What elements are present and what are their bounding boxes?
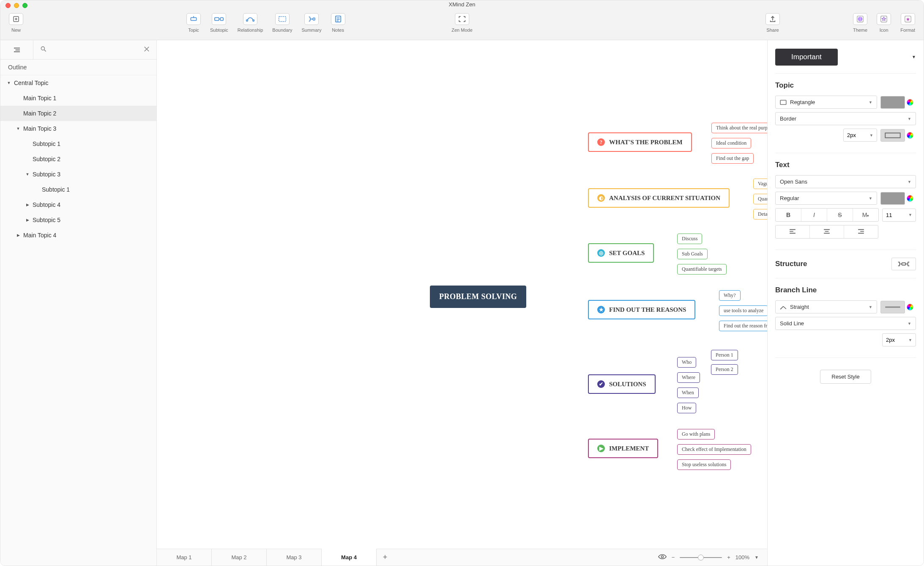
- leaf-node[interactable]: Quantification: [753, 194, 767, 204]
- chevron-down-icon[interactable]: ▼: [6, 81, 11, 85]
- map-tab[interactable]: Map 1: [157, 549, 212, 566]
- search-icon[interactable]: [40, 46, 47, 54]
- leaf-node[interactable]: Sub Goals: [677, 249, 708, 259]
- zen-mode-button[interactable]: Zen Mode: [451, 13, 473, 33]
- zoom-in-button[interactable]: +: [727, 554, 730, 561]
- zoom-slider[interactable]: [680, 557, 722, 558]
- mindmap-canvas[interactable]: PROBLEM SOLVING ?WHAT'S THE PROBLEMThink…: [157, 40, 767, 549]
- color-wheel-icon[interactable]: [907, 132, 913, 139]
- leaf-node[interactable]: Ideal condition: [711, 138, 751, 148]
- leaf-node[interactable]: Check effect of Implementation: [677, 444, 751, 455]
- outline-toggle-icon[interactable]: [0, 40, 33, 59]
- border-select[interactable]: Border ▼: [775, 112, 916, 125]
- notes-button[interactable]: Notes: [331, 13, 345, 33]
- leaf-node[interactable]: Stop useless solutions: [677, 459, 731, 470]
- leaf-node[interactable]: Person 2: [711, 364, 738, 375]
- outline-item[interactable]: ▶Subtopic 4: [0, 197, 156, 212]
- chevron-down-icon[interactable]: ▼: [16, 126, 21, 131]
- leaf-node[interactable]: use tools to analyze: [719, 305, 767, 316]
- color-wheel-icon[interactable]: [907, 195, 913, 202]
- color-wheel-icon[interactable]: [907, 304, 913, 310]
- leaf-node[interactable]: Discuss: [677, 234, 702, 244]
- align-right-button[interactable]: [844, 225, 878, 238]
- leaf-node[interactable]: Find out the gap: [711, 153, 754, 164]
- border-width-select[interactable]: 2px▼: [843, 129, 877, 142]
- chevron-right-icon[interactable]: ▶: [25, 218, 30, 222]
- outline-item[interactable]: ▼Main Topic 3: [0, 121, 156, 136]
- style-dropdown-icon[interactable]: ▼: [912, 55, 916, 59]
- branch-style-select[interactable]: Solid Line▼: [775, 317, 916, 330]
- bold-button[interactable]: B: [776, 209, 801, 221]
- chevron-down-icon[interactable]: ▼: [755, 555, 759, 560]
- font-size-select[interactable]: 11▼: [882, 209, 916, 222]
- branch-color-swatch[interactable]: [880, 301, 905, 313]
- leaf-node[interactable]: Why?: [719, 290, 741, 301]
- central-topic[interactable]: PROBLEM SOLVING: [430, 286, 526, 308]
- shape-select[interactable]: Regtangle ▼: [775, 96, 877, 109]
- fill-color-swatch[interactable]: [880, 96, 905, 109]
- outline-item[interactable]: Main Topic 2: [0, 106, 156, 121]
- align-left-button[interactable]: [776, 225, 810, 238]
- case-button[interactable]: M▾: [853, 209, 878, 221]
- text-color-swatch[interactable]: [880, 192, 905, 205]
- share-button[interactable]: Share: [765, 13, 780, 33]
- leaf-node[interactable]: Find out the reason from the phenomenon: [719, 321, 767, 331]
- new-button[interactable]: New: [9, 13, 23, 33]
- outline-item[interactable]: Subtopic 2: [0, 151, 156, 167]
- map-tab[interactable]: Map 2: [212, 549, 267, 566]
- relationship-button[interactable]: Relationship: [238, 13, 263, 33]
- icon-button[interactable]: Icon: [877, 13, 891, 33]
- leaf-node[interactable]: Think about the real purpose: [711, 123, 767, 133]
- topic-node[interactable]: ?WHAT'S THE PROBLEM: [588, 132, 692, 152]
- outline-item[interactable]: Subtopic 1: [0, 182, 156, 197]
- chevron-right-icon[interactable]: ▶: [25, 203, 30, 207]
- outline-item[interactable]: ▼Central Topic: [0, 75, 156, 91]
- map-tab[interactable]: Map 3: [267, 549, 322, 566]
- outline-item[interactable]: ▼Subtopic 3: [0, 167, 156, 182]
- topic-node[interactable]: ▶IMPLEMENT: [588, 439, 658, 458]
- leaf-node[interactable]: Details: [753, 209, 767, 220]
- topic-button[interactable]: Topic: [186, 13, 201, 33]
- align-center-button[interactable]: [810, 225, 844, 238]
- leaf-node[interactable]: Quantifiable targets: [677, 264, 727, 275]
- leaf-node[interactable]: Where: [677, 372, 700, 383]
- strike-button[interactable]: S: [827, 209, 853, 221]
- format-button[interactable]: Format: [900, 13, 915, 33]
- italic-button[interactable]: I: [801, 209, 827, 221]
- outline-item[interactable]: Subtopic 1: [0, 136, 156, 151]
- border-color-swatch[interactable]: [880, 129, 905, 142]
- leaf-node[interactable]: Vague concept: [753, 179, 767, 189]
- boundary-button[interactable]: Boundary: [272, 13, 292, 33]
- font-weight-select[interactable]: Regular▼: [775, 192, 877, 205]
- outline-item[interactable]: Main Topic 1: [0, 91, 156, 106]
- zoom-out-button[interactable]: −: [672, 554, 675, 561]
- topic-label: SOLUTIONS: [609, 381, 646, 388]
- style-name-chip[interactable]: Important: [775, 49, 838, 66]
- preview-icon[interactable]: [658, 554, 667, 561]
- topic-node[interactable]: ◐ANALYSIS OF CURRENT SITUATION: [588, 188, 730, 208]
- outline-item[interactable]: ▶Main Topic 4: [0, 228, 156, 243]
- font-family-select[interactable]: Open Sans▼: [775, 175, 916, 188]
- summary-button[interactable]: Summary: [301, 13, 321, 33]
- subtopic-button[interactable]: Subtopic: [210, 13, 228, 33]
- close-icon[interactable]: [144, 46, 150, 54]
- add-tab-button[interactable]: +: [377, 549, 394, 566]
- reset-style-button[interactable]: Reset Style: [820, 370, 871, 384]
- leaf-node[interactable]: How: [677, 403, 696, 413]
- leaf-node[interactable]: Go with plans: [677, 429, 715, 440]
- leaf-node[interactable]: Person 1: [711, 350, 738, 360]
- leaf-node[interactable]: Who: [677, 357, 696, 368]
- outline-item[interactable]: ▶Subtopic 5: [0, 212, 156, 228]
- chevron-down-icon[interactable]: ▼: [25, 172, 30, 176]
- topic-node[interactable]: ◎SET GOALS: [588, 243, 654, 263]
- structure-select[interactable]: [891, 258, 916, 270]
- color-wheel-icon[interactable]: [907, 99, 913, 106]
- topic-node[interactable]: ★FIND OUT THE REASONS: [588, 300, 695, 319]
- theme-button[interactable]: Theme: [853, 13, 867, 33]
- chevron-right-icon[interactable]: ▶: [16, 233, 21, 237]
- leaf-node[interactable]: When: [677, 387, 699, 398]
- branch-width-select[interactable]: 2px▼: [882, 333, 916, 346]
- map-tab[interactable]: Map 4: [322, 549, 377, 566]
- branch-shape-select[interactable]: Straight ▼: [775, 300, 877, 313]
- topic-node[interactable]: ✔SOLUTIONS: [588, 374, 656, 394]
